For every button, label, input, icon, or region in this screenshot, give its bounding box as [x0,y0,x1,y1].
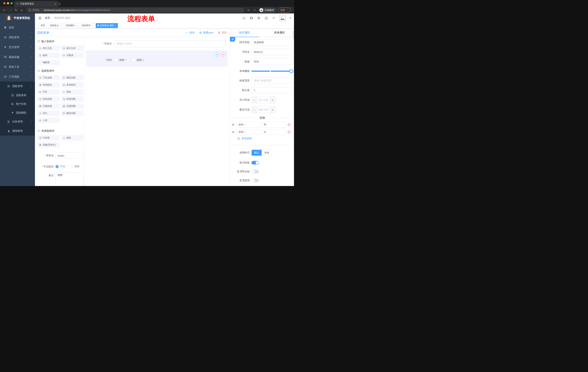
sidebar-collapse-button[interactable] [38,16,42,20]
help-button[interactable] [257,16,261,20]
min-decrease-button[interactable]: − [252,97,257,103]
resize-handle-icon[interactable] [81,184,83,186]
github-button[interactable] [249,16,253,20]
fullscreen-button[interactable] [264,16,268,20]
search-button[interactable] [242,16,246,20]
slider-handle[interactable] [289,69,293,73]
sidebar-item-支付管理[interactable]: ¥支付管理 [0,42,35,52]
min-select-input[interactable]: 至少应选 [257,97,270,103]
update-button[interactable]: 更新 ⋮ [278,8,291,12]
component-密码[interactable]: 密码 [37,53,60,58]
option-value-input[interactable]: 女 [262,129,286,135]
component-日期范围[interactable]: 日期范围 [61,103,83,109]
max-decrease-button[interactable]: − [252,107,257,113]
breadcrumb-home[interactable]: 首页 [45,16,50,20]
zoom-window-button[interactable] [10,2,13,4]
component-日期选择[interactable]: 日期选择 [37,103,60,109]
max-increase-button[interactable]: + [270,107,275,113]
back-button[interactable]: ← [2,8,7,13]
canvas-field-phone[interactable]: 手机号 请输入手机号 [86,39,228,49]
label-width-input[interactable]: 请输入标签宽度 [252,77,292,84]
tag-流程模型[interactable]: 流程模型× [64,23,78,28]
tag-首页[interactable]: 首页 [39,23,47,28]
sidebar-item-请假查询[interactable]: 请假查询 [0,126,35,136]
browser-menu-kebab-icon[interactable]: ⋮ [286,9,289,11]
component-时间范围[interactable]: 时间范围 [61,96,83,102]
min-increase-button[interactable]: + [270,97,275,103]
sidebar-item-首页[interactable]: 首页 [0,22,35,32]
field-name-input[interactable]: field122 [252,49,292,55]
tag-close-icon[interactable]: × [60,24,61,27]
radio-status-on[interactable]: 开启 [55,165,65,168]
avatar-dropdown-caret[interactable]: ▼ [289,17,291,19]
checkbox-box-icon[interactable] [132,59,135,62]
password-key-button[interactable] [246,8,251,12]
tab-form-props[interactable]: 表单属性 [265,29,294,37]
checkbox-选项二[interactable]: 选项二 [132,58,144,62]
checkbox-选项一[interactable]: 选项一 [114,58,127,62]
component-时间选择[interactable]: 时间选择 [37,96,60,102]
sidebar-item-研发工具[interactable]: 研发工具 [0,62,35,72]
drag-handle-icon[interactable] [231,123,235,126]
view-json-button[interactable]: 查看json [199,31,213,34]
tag-流程表单-编辑[interactable]: 流程表单-编辑× [96,23,118,28]
home-button[interactable]: ⌂ [19,8,24,13]
component-颜色选择[interactable]: 颜色选择 [61,110,83,116]
component-表格[开发中][interactable]: 表格[开发中] [37,142,60,148]
tag-流程定义[interactable]: 流程定义× [48,23,63,28]
tab-close-icon[interactable]: × [54,2,57,5]
component-type-select[interactable]: 多选框组 [252,39,292,45]
radio-status-off[interactable]: 关闭 [70,165,79,168]
add-option-button[interactable]: 添加选项 [237,136,292,141]
toggle-switch-是否带边框[interactable] [252,170,259,173]
component-滑块[interactable]: 滑块 [61,89,83,95]
component-下拉选择[interactable]: 下拉选择 [37,75,60,80]
phone-field-input[interactable]: 请输入手机号 [114,40,226,47]
component-单选框组[interactable]: 单选框组 [37,82,60,87]
segment-default[interactable]: 默认 [252,150,262,156]
option-label-input[interactable]: 选项一 [236,122,260,128]
tab-component-props[interactable]: 组件属性 [230,29,259,37]
clear-button[interactable]: 清空 [218,31,227,34]
sidebar-item-流程表单[interactable]: 流程表单 [0,91,35,100]
component-开关[interactable]: 开关 [37,89,60,95]
save-button[interactable]: ✓ 保存 [186,31,195,34]
sidebar-item-基础设施[interactable]: 基础设施 [0,52,35,62]
reload-button[interactable]: ↻ [13,8,19,13]
remove-option-button[interactable] [287,123,291,127]
bookmark-star-button[interactable]: ☆ [252,8,257,12]
minimize-window-button[interactable] [7,2,9,4]
segment-button[interactable]: 按钮 [262,150,272,156]
form-grid-slider[interactable] [252,68,292,74]
tag-close-icon[interactable]: × [75,24,77,27]
component-级联选择[interactable]: 级联选择 [61,75,83,80]
component-多行文本[interactable]: 多行文本 [61,45,83,51]
option-label-input[interactable]: 选项二 [236,129,260,135]
component-按钮[interactable]: 按钮 [61,135,83,140]
form-name-input[interactable]: biubiu [55,152,83,159]
address-bar[interactable]: 不安全 dashboard.yudao.iocoder.cn/bpm/manag… [26,8,244,13]
toggle-switch-是否禁用[interactable] [252,179,259,182]
default-value-input[interactable]: 1 [252,87,292,93]
link-tab-button[interactable] [230,37,235,42]
font-size-button[interactable]: TT [272,16,276,20]
sidebar-item-系统管理[interactable]: 系统管理 [0,32,35,42]
copy-field-button[interactable] [214,52,219,57]
toggle-switch-显示标签[interactable] [252,161,259,165]
max-select-input[interactable]: 最多可选 [257,107,270,113]
form-remark-textarea[interactable]: 嘿嘿 [55,172,83,186]
drag-handle-icon[interactable] [231,130,235,134]
scrollbar-thumb[interactable] [293,30,294,39]
new-tab-button[interactable]: + [57,1,62,6]
sidebar-item-任务管理[interactable]: 任务管理 [0,117,35,126]
sidebar-item-流程管理[interactable]: 流程管理 [0,82,35,91]
avatar[interactable] [279,15,286,21]
close-window-button[interactable] [3,2,5,4]
option-value-input[interactable]: 男 [262,122,286,128]
component-评分[interactable]: 评分 [37,110,60,116]
sidebar-item-用户分组[interactable]: 用户分组 [0,100,35,108]
tag-close-icon[interactable]: × [92,24,93,27]
sidebar-item-工作流程[interactable]: 工作流程 [0,72,35,82]
component-单行文本[interactable]: 单行文本 [37,45,60,51]
delete-field-button[interactable] [221,52,225,57]
